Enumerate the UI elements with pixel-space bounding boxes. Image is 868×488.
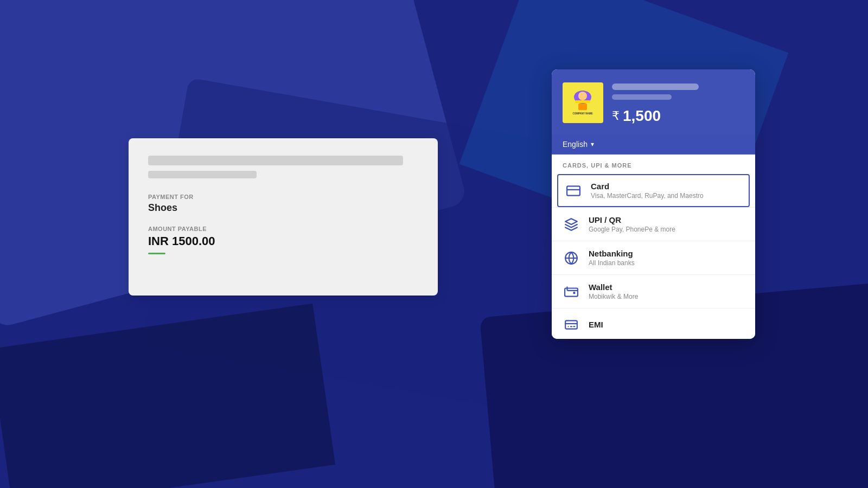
payment-method-card[interactable]: Card Visa, MasterCard, RuPay, and Maestr… xyxy=(557,174,750,207)
netbanking-name: Netbanking xyxy=(589,249,744,258)
card-icon xyxy=(565,182,582,200)
payment-methods-section: CARDS, UPI & MORE Card Visa, MasterCard,… xyxy=(552,155,755,339)
svg-text:COMPANY NAME: COMPANY NAME xyxy=(572,112,592,115)
company-logo: COMPANY NAME xyxy=(563,82,603,123)
emi-icon xyxy=(563,316,580,333)
svg-rect-3 xyxy=(578,104,587,110)
green-accent-line xyxy=(148,253,165,254)
left-panel-bar2 xyxy=(148,171,257,178)
header-amount-value: 1,500 xyxy=(623,107,661,125)
upi-icon xyxy=(563,216,580,233)
emi-name: EMI xyxy=(589,320,744,329)
payment-for-label: PAYMENT FOR xyxy=(148,194,418,200)
payment-method-wallet[interactable]: Wallet Mobikwik & More xyxy=(552,274,755,308)
wallet-name: Wallet xyxy=(589,282,744,292)
methods-section-header: CARDS, UPI & MORE xyxy=(552,155,755,174)
logo-svg: COMPANY NAME xyxy=(565,85,601,120)
netbanking-icon xyxy=(563,249,580,267)
header-bar2 xyxy=(612,94,672,100)
left-panel-bar1 xyxy=(148,156,403,165)
netbanking-desc: All Indian banks xyxy=(589,259,744,267)
left-panel: PAYMENT FOR Shoes AMOUNT PAYABLE INR 150… xyxy=(129,138,438,296)
wallet-desc: Mobikwik & More xyxy=(589,293,744,300)
header-bar1 xyxy=(612,84,699,90)
amount-label: AMOUNT PAYABLE xyxy=(148,226,418,232)
upi-name: UPI / QR xyxy=(589,215,744,224)
language-label: English xyxy=(563,140,588,149)
rupee-symbol: ₹ xyxy=(612,109,620,123)
netbanking-info: Netbanking All Indian banks xyxy=(589,249,744,267)
wallet-icon xyxy=(563,283,580,300)
payment-modal: COMPANY NAME ₹ 1,500 English ▾ CARDS, UP… xyxy=(552,69,755,339)
svg-rect-2 xyxy=(575,100,590,103)
payment-method-netbanking[interactable]: Netbanking All Indian banks xyxy=(552,241,755,274)
language-selector[interactable]: English ▾ xyxy=(552,134,755,155)
payment-for-value: Shoes xyxy=(148,202,418,214)
svg-point-4 xyxy=(578,92,587,100)
chevron-down-icon: ▾ xyxy=(591,140,594,148)
card-info: Card Visa, MasterCard, RuPay, and Maestr… xyxy=(591,182,742,200)
payment-method-emi[interactable]: EMI xyxy=(552,308,755,339)
upi-info: UPI / QR Google Pay, PhonePe & more xyxy=(589,215,744,233)
upi-desc: Google Pay, PhonePe & more xyxy=(589,226,744,233)
emi-info: EMI xyxy=(589,320,744,330)
svg-rect-6 xyxy=(567,186,580,195)
card-desc: Visa, MasterCard, RuPay, and Maestro xyxy=(591,192,742,200)
panel-header: COMPANY NAME ₹ 1,500 xyxy=(552,69,755,134)
amount-value: INR 1500.00 xyxy=(148,234,418,248)
header-amount: ₹ 1,500 xyxy=(612,107,744,125)
wallet-info: Wallet Mobikwik & More xyxy=(589,282,744,300)
svg-rect-11 xyxy=(565,320,577,329)
payment-method-upi[interactable]: UPI / QR Google Pay, PhonePe & more xyxy=(552,207,755,241)
header-info: ₹ 1,500 xyxy=(612,82,744,125)
card-name: Card xyxy=(591,182,742,191)
